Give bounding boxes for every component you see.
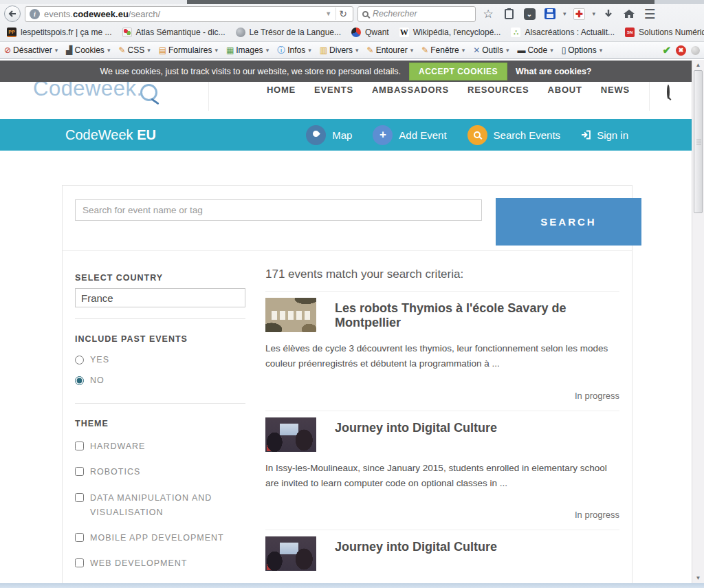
events-list: 171 events match your search criteria: L… [265,268,619,583]
event-search-input[interactable] [75,199,482,221]
theme-option-web[interactable]: WEB DEVELOPMENT [75,556,250,571]
search-placeholder: Rechercher [373,9,417,19]
dev-menu-infos[interactable]: ⓘInfos▾ [277,45,312,55]
checkbox[interactable] [75,442,84,450]
checkbox[interactable] [75,558,84,567]
back-button[interactable] [4,6,21,22]
nav-item-news[interactable]: NEWS [601,85,630,95]
checkbox[interactable] [75,467,84,476]
scrollbar-thumb[interactable] [694,70,703,213]
theme-option-robotics[interactable]: ROBOTICS [75,465,250,479]
validation-error-icon[interactable]: ✖ [676,45,686,56]
filters-sidebar: SELECT COUNTRY INCLUDE PAST EVENTS YES N… [75,273,250,583]
home-button[interactable] [621,6,637,22]
event-title[interactable]: Journey into Digital Culture [335,421,497,435]
past-events-option-no[interactable]: NO [75,375,250,385]
map-button[interactable]: Map [306,125,352,145]
what-are-cookies-link[interactable]: What are cookies? [516,67,591,76]
accept-cookies-button[interactable]: ACCEPT COOKIES [409,63,507,80]
dev-menu-desactiver[interactable]: ⊘Désactiver▾ [4,45,58,55]
bookmark-item[interactable]: SNSolutions Numériques ... [625,28,704,37]
dev-menu-options[interactable]: ▯Options▾ [562,45,604,55]
search-button[interactable]: SEARCH [496,198,641,246]
back-arrow-icon [8,9,17,19]
nav-item-home[interactable]: HOME [267,85,296,95]
bookmark-item[interactable]: Le Trésor de la Langue... [236,28,341,37]
theme-option-hardware[interactable]: HARDWARE [75,439,250,454]
dev-menu-entourer[interactable]: ✎Entourer▾ [367,45,415,55]
event-thumbnail[interactable] [265,417,316,452]
nav-item-ambassadors[interactable]: AMBASSADORS [372,85,449,95]
magnifier-icon [140,84,157,101]
dev-menu-divers[interactable]: ▥Divers▾ [320,45,360,55]
add-event-button[interactable]: +Add Event [373,125,446,145]
reload-button[interactable]: ↻ [336,8,350,20]
event-item: Journey into Digital Culture In Issy-les… [265,411,619,521]
nav-item-resources[interactable]: RESOURCES [468,85,529,95]
checkbox[interactable] [75,533,84,542]
form-icon: ▤ [159,46,166,54]
cookies-icon: ▟ [66,46,72,54]
url-text[interactable]: events.codeweek.eu/search/ [44,9,321,19]
dev-menu-cookies[interactable]: ▟Cookies▾ [66,45,111,55]
addon-redcross-button[interactable]: ✚ [571,6,588,22]
url-dropdown-icon[interactable]: ▼ [325,10,331,17]
past-events-option-yes[interactable]: YES [75,355,250,364]
disable-icon: ⊘ [4,46,11,54]
save-dropdown-icon[interactable]: ▾ [562,10,567,17]
page-scrollbar[interactable]: ▲ ▼ [692,60,704,583]
browser-search-field[interactable]: Rechercher [358,6,476,22]
info-icon: ⓘ [277,46,285,54]
event-thumbnail[interactable] [265,298,316,332]
bookmark-item[interactable]: PPlespetitspois.fr | ça me ... [7,28,112,37]
bookmark-item[interactable]: WWikipédia, l'encyclopé... [399,28,501,37]
globe-icon [236,28,245,37]
bookmarks-menu-button[interactable] [500,6,517,22]
misc-icon: ▥ [320,46,327,54]
sign-in-button[interactable]: Sign in [581,129,628,141]
scroll-down-button[interactable]: ▼ [693,573,703,583]
dev-menu-css[interactable]: ✎CSS▾ [118,45,151,55]
search-icon [468,125,487,145]
code-icon: ▬ [517,46,525,54]
radio-no[interactable] [75,376,84,385]
search-events-button[interactable]: Search Events [468,125,561,145]
dev-menu-code[interactable]: ▬Code▾ [517,45,553,55]
results-count: 171 events match your search criteria: [265,268,619,281]
radio-yes[interactable] [75,356,84,364]
validation-ok-icon[interactable]: ✔ [662,44,671,56]
site-info-icon[interactable]: i [30,9,40,19]
dev-menu-outils[interactable]: ✕Outils▾ [473,45,509,55]
pocket-button[interactable]: ⌄ [521,6,538,22]
site-search-button[interactable] [667,86,670,98]
codeweek-eu-brand[interactable]: CodeWeek EU [65,119,156,151]
event-title[interactable]: Journey into Digital Culture [335,540,497,554]
dev-menu-formulaires[interactable]: ▤Formulaires▾ [159,45,219,55]
image-icon: ▦ [226,46,234,54]
dev-menu-images[interactable]: ▦Images▾ [226,45,270,55]
dev-menu-fenetre[interactable]: ✎Fenêtre▾ [421,45,465,55]
addon-dropdown-icon[interactable]: ▾ [592,10,597,17]
country-input[interactable] [75,288,245,307]
toolbar-menu: Map +Add Event Search Events Sign in [306,119,628,151]
nav-item-events[interactable]: EVENTS [314,85,353,95]
scrollbar-grip [696,142,701,142]
bookmark-item[interactable]: ∴Alsacréations : Actualit... [511,28,615,37]
downloads-button[interactable] [600,6,617,22]
event-thumbnail[interactable] [265,536,316,571]
theme-option-mobile[interactable]: MOBILE APP DEVELOPMENT [75,531,250,545]
window-icon: ✎ [421,46,428,54]
web-page: Codeweek. HOME EVENTS AMBASSADORS RESOUR… [0,60,692,583]
bookmark-item[interactable]: Atlas Sémantique - dic... [122,28,226,37]
menu-button[interactable]: ☰ [641,6,658,22]
theme-option-data[interactable]: DATA MANIPULATION AND VISUALISATION [75,491,250,521]
event-item: Les robots Thymios à l'école Savary de M… [265,291,619,401]
bookmark-star-button[interactable]: ☆ [480,6,496,22]
url-bar[interactable]: i events.codeweek.eu/search/ ▼ ↻ [25,6,353,22]
scroll-up-button[interactable]: ▲ [693,60,703,70]
checkbox[interactable] [75,493,84,502]
nav-item-about[interactable]: ABOUT [548,85,582,95]
event-title[interactable]: Les robots Thymios à l'école Savary de M… [335,301,619,330]
save-page-button[interactable] [542,6,558,22]
bookmark-item[interactable]: Qwant [351,28,389,37]
